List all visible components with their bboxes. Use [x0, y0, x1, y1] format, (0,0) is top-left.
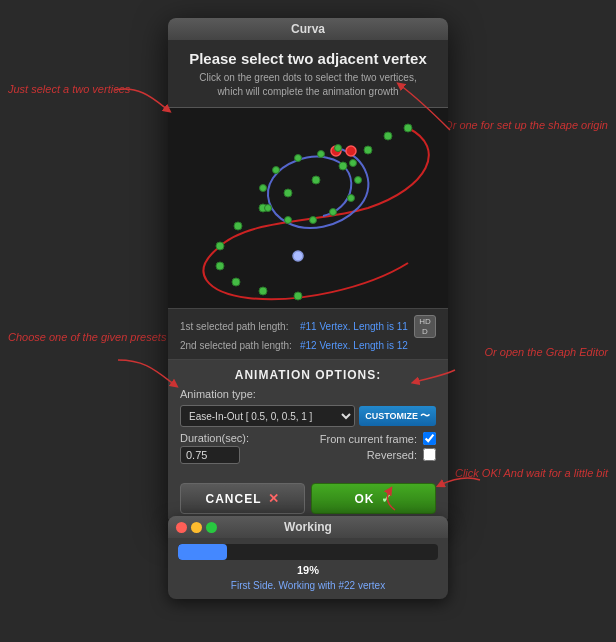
from-current-label: From current frame: [320, 433, 417, 445]
svg-point-11 [232, 278, 240, 286]
path-row-1-value: #11 Vertex. Length is 11 [300, 321, 408, 332]
maximize-button[interactable] [206, 522, 217, 533]
working-title: Working [284, 520, 332, 534]
svg-point-18 [350, 160, 357, 167]
dialog-title: Curva [291, 22, 325, 36]
annotation-or-one: Or one for set up the shape origin [444, 118, 608, 133]
working-dialog: Working 19% First Side. Working with #22… [168, 516, 448, 599]
annotation-click-ok: Click OK! And wait for a little bit [455, 466, 608, 481]
svg-point-19 [355, 177, 362, 184]
path-row-2-value: #12 Vertex. Length is 12 [300, 340, 408, 351]
from-current-checkbox[interactable] [423, 432, 436, 445]
path-row-1: 1st selected path length: #11 Vertex. Le… [180, 315, 436, 338]
dialog-body: Please select two adjacent vertex Click … [168, 40, 448, 524]
animation-options-title: ANIMATION OPTIONS: [180, 368, 436, 382]
svg-rect-0 [168, 108, 448, 308]
progress-bar-background [178, 544, 438, 560]
svg-point-26 [273, 167, 280, 174]
path-row-2: 2nd selected path length: #12 Vertex. Le… [180, 340, 436, 351]
annotation-just-select-text: Just select a two vertices [8, 83, 130, 95]
animation-options-section: ANIMATION OPTIONS: Animation type: Ease-… [168, 360, 448, 477]
working-titlebar: Working [168, 516, 448, 538]
svg-point-27 [295, 155, 302, 162]
animation-type-label: Animation type: [180, 388, 270, 400]
from-current-row: From current frame: [320, 432, 436, 445]
animation-type-select-row: Ease-In-Out [ 0.5, 0, 0.5, 1 ] CUSTOMIZE… [180, 405, 436, 427]
working-body: 19% First Side. Working with #22 vertex [168, 538, 448, 599]
cancel-label: CANCEL [206, 492, 262, 506]
cancel-button[interactable]: CANCEL ✕ [180, 483, 305, 514]
working-controls [176, 522, 217, 533]
svg-point-25 [260, 185, 267, 192]
svg-point-13 [294, 292, 302, 300]
svg-point-16 [293, 251, 303, 261]
dialog-titlebar: Curva [168, 18, 448, 40]
reversed-checkbox[interactable] [423, 448, 436, 461]
path-row-1-label: 1st selected path length: [180, 321, 300, 332]
ok-label: OK [355, 492, 375, 506]
svg-point-8 [234, 222, 242, 230]
canvas-area[interactable] [168, 108, 448, 308]
header-title: Please select two adjacent vertex [180, 50, 436, 67]
annotation-or-one-text: Or one for set up the shape origin [444, 119, 608, 131]
animation-type-row: Animation type: [180, 388, 436, 400]
minimize-button[interactable] [191, 522, 202, 533]
ok-button[interactable]: OK ✓ [311, 483, 436, 514]
path-info-section: 1st selected path length: #11 Vertex. Le… [168, 308, 448, 360]
annotation-just-select: Just select a two vertices [8, 82, 130, 97]
svg-point-15 [346, 146, 356, 156]
check-icon: ✓ [381, 491, 393, 506]
customize-label: CUSTOMIZE [365, 411, 418, 421]
x-icon: ✕ [268, 491, 280, 506]
annotation-or-open-text: Or open the Graph Editor [484, 346, 608, 358]
duration-left: Duration(sec): [180, 432, 308, 464]
duration-right: From current frame: Reversed: [308, 432, 436, 464]
svg-point-20 [348, 195, 355, 202]
progress-text: 19% [178, 564, 438, 576]
customize-button[interactable]: CUSTOMIZE 〜 [359, 406, 436, 426]
duration-input[interactable] [180, 446, 240, 464]
svg-point-2 [384, 132, 392, 140]
main-dialog: Curva Please select two adjacent vertex … [168, 18, 448, 524]
svg-point-5 [312, 176, 320, 184]
duration-label: Duration(sec): [180, 432, 308, 444]
header-subtitle: Click on the green dots to select the tw… [180, 71, 436, 99]
annotation-or-open: Or open the Graph Editor [484, 345, 608, 360]
svg-point-9 [216, 242, 224, 250]
canvas-svg [168, 108, 448, 308]
reversed-label: Reversed: [367, 449, 417, 461]
annotation-choose-one-text: Choose one of the given presets [8, 331, 166, 343]
close-button[interactable] [176, 522, 187, 533]
duration-row: Duration(sec): From current frame: Rever… [180, 432, 436, 464]
progress-bar-fill [178, 544, 227, 560]
svg-point-28 [318, 151, 325, 158]
svg-point-3 [364, 146, 372, 154]
annotation-choose-one: Choose one of the given presets [8, 330, 166, 345]
animation-type-select[interactable]: Ease-In-Out [ 0.5, 0, 0.5, 1 ] [180, 405, 355, 427]
svg-point-23 [285, 217, 292, 224]
svg-point-21 [330, 209, 337, 216]
working-status: First Side. Working with #22 vertex [178, 580, 438, 591]
svg-point-12 [259, 287, 267, 295]
svg-point-6 [284, 189, 292, 197]
hd-button[interactable]: HD D [414, 315, 436, 338]
svg-point-24 [265, 205, 272, 212]
annotation-click-ok-text: Click OK! And wait for a little bit [455, 467, 608, 479]
wave-icon: 〜 [420, 409, 430, 423]
svg-point-4 [339, 162, 347, 170]
svg-point-17 [335, 145, 342, 152]
path-row-2-label: 2nd selected path length: [180, 340, 300, 351]
reversed-row: Reversed: [367, 448, 436, 461]
svg-point-10 [216, 262, 224, 270]
svg-point-1 [404, 124, 412, 132]
svg-point-22 [310, 217, 317, 224]
header-section: Please select two adjacent vertex Click … [168, 40, 448, 108]
